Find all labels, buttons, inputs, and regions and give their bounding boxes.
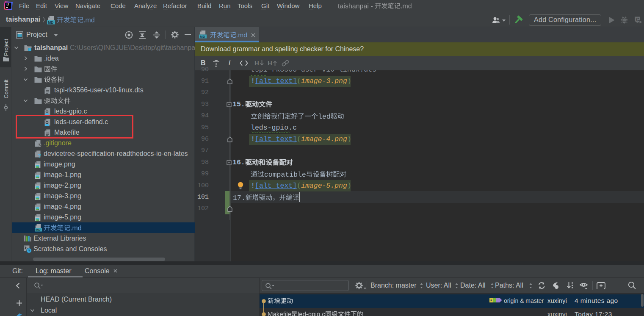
svg-text:MD: MD <box>36 228 41 232</box>
svg-text:C: C <box>636 17 639 22</box>
svg-text:MD: MD <box>200 35 205 39</box>
svg-text:IJ: IJ <box>7 3 9 6</box>
svg-text:?: ? <box>38 153 41 158</box>
svg-text:MD: MD <box>48 20 53 25</box>
